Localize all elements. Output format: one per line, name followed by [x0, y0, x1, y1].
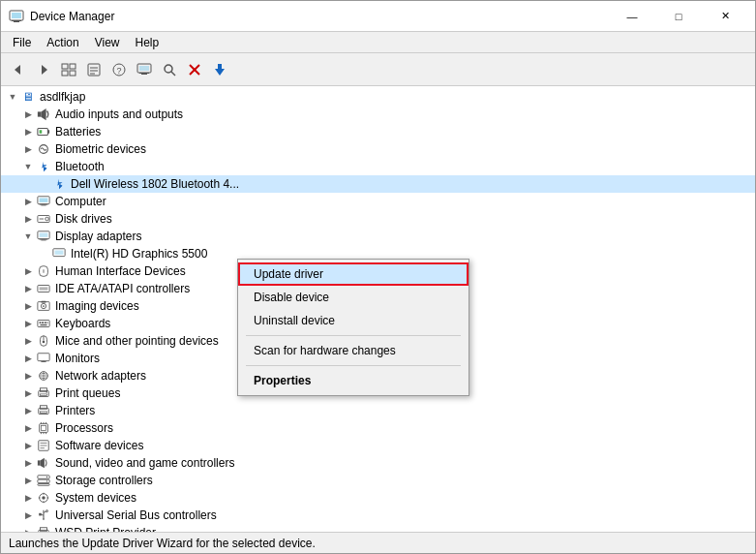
forward-button[interactable] [32, 58, 55, 81]
icon-software [36, 438, 51, 453]
device-tree[interactable]: ▼ 🖥 asdlfkjap ▶ Audio inputs and outputs… [1, 86, 755, 532]
expand-mice[interactable]: ▶ [20, 333, 36, 349]
expand-monitors[interactable]: ▶ [20, 351, 36, 366]
tree-item-printers[interactable]: ▶ Printers [1, 402, 755, 419]
maximize-button[interactable]: □ [656, 7, 701, 26]
icon-root: 🖥 [20, 89, 36, 105]
expand-print-queues[interactable]: ▶ [20, 385, 36, 401]
svg-text:?: ? [117, 66, 122, 76]
menu-help[interactable]: Help [128, 34, 167, 50]
icon-print-queues [36, 385, 51, 401]
svg-rect-43 [55, 251, 64, 255]
icon-network [36, 368, 51, 384]
menu-bar: File Action View Help [1, 32, 755, 53]
label-mice: Mice and other pointing devices [55, 334, 219, 348]
expand-computer[interactable]: ▶ [20, 194, 36, 209]
properties-button[interactable] [82, 58, 106, 81]
ctx-uninstall-device[interactable]: Uninstall device [238, 309, 469, 332]
expand-batteries[interactable]: ▶ [20, 124, 36, 139]
svg-rect-46 [38, 286, 49, 292]
svg-point-61 [43, 341, 45, 344]
expand-wsd[interactable]: ▶ [20, 525, 36, 532]
tree-item-processors[interactable]: ▶ Processors [1, 419, 755, 437]
ctx-update-driver[interactable]: Update driver [238, 262, 469, 286]
svg-rect-33 [41, 205, 45, 206]
tree-item-wsd[interactable]: ▶ WSD Print Provider [1, 524, 755, 532]
svg-rect-6 [62, 64, 68, 69]
back-button[interactable] [7, 58, 30, 81]
icon-monitors [36, 351, 51, 366]
expand-system[interactable]: ▶ [20, 490, 36, 506]
svg-rect-17 [139, 66, 149, 71]
ctx-properties[interactable]: Properties [238, 369, 469, 392]
expand-display[interactable]: ▼ [20, 229, 36, 244]
icon-processors [36, 420, 51, 436]
title-controls: — □ ✕ [610, 7, 747, 26]
expand-ide[interactable]: ▶ [20, 281, 36, 296]
show-hidden-button[interactable] [57, 58, 80, 81]
show-device-button[interactable] [133, 58, 156, 81]
svg-marker-4 [15, 65, 20, 75]
remove-button[interactable] [183, 58, 206, 81]
svg-rect-52 [41, 301, 45, 303]
svg-rect-40 [41, 240, 45, 241]
expand-usb[interactable]: ▶ [20, 508, 36, 523]
scan-button[interactable] [158, 58, 181, 81]
expand-root[interactable]: ▼ [5, 89, 20, 105]
icon-sound [36, 455, 51, 471]
tree-item-disk[interactable]: ▶ Disk drives [1, 210, 755, 228]
menu-action[interactable]: Action [39, 34, 86, 50]
expand-intel-gpu: ▶ [36, 246, 51, 262]
minimize-button[interactable]: — [610, 7, 654, 26]
svg-rect-87 [38, 460, 41, 465]
label-sound: Sound, video and game controllers [55, 456, 234, 470]
tree-item-storage[interactable]: ▶ Storage controllers [1, 472, 755, 489]
expand-bt-device: ▶ [36, 176, 51, 192]
context-menu: Update driver Disable device Uninstall d… [237, 259, 469, 396]
tree-item-system[interactable]: ▶ System devices [1, 489, 755, 507]
icon-bt-device [51, 176, 67, 192]
expand-hid[interactable]: ▶ [20, 263, 36, 279]
tree-item-software[interactable]: ▶ Software devices [1, 437, 755, 454]
close-button[interactable]: ✕ [703, 7, 747, 26]
icon-biometric [36, 141, 51, 157]
expand-storage[interactable]: ▶ [20, 473, 36, 488]
icon-batteries [36, 124, 51, 139]
expand-disk[interactable]: ▶ [20, 211, 36, 227]
ctx-scan-hardware[interactable]: Scan for hardware changes [238, 339, 469, 362]
tree-item-sound[interactable]: ▶ Sound, video and game controllers [1, 454, 755, 472]
svg-line-21 [171, 72, 175, 76]
expand-software[interactable]: ▶ [20, 438, 36, 453]
label-biometric: Biometric devices [55, 142, 146, 156]
tree-item-bluetooth[interactable]: ▼ Bluetooth [1, 158, 755, 175]
tree-item-biometric[interactable]: ▶ Biometric devices [1, 140, 755, 158]
expand-printers[interactable]: ▶ [20, 403, 36, 418]
expand-network[interactable]: ▶ [20, 368, 36, 384]
help-button[interactable]: ? [107, 58, 131, 81]
svg-point-93 [46, 480, 47, 481]
expand-biometric[interactable]: ▶ [20, 141, 36, 157]
label-wsd: WSD Print Provider [55, 526, 156, 532]
update-driver-toolbar-button[interactable] [208, 58, 231, 81]
menu-file[interactable]: File [5, 34, 39, 50]
expand-bluetooth[interactable]: ▼ [20, 159, 36, 174]
tree-item-audio[interactable]: ▶ Audio inputs and outputs [1, 106, 755, 123]
ctx-disable-device[interactable]: Disable device [238, 286, 469, 309]
tree-item-bluetooth-device[interactable]: ▶ Dell Wireless 1802 Bluetooth 4... [1, 175, 755, 193]
icon-printers [36, 403, 51, 418]
expand-keyboards[interactable]: ▶ [20, 316, 36, 331]
expand-sound[interactable]: ▶ [20, 455, 36, 471]
expand-imaging[interactable]: ▶ [20, 298, 36, 314]
svg-rect-32 [40, 199, 48, 202]
tree-item-root[interactable]: ▼ 🖥 asdlfkjap [1, 88, 755, 106]
title-bar: Device Manager — □ ✕ [1, 1, 755, 32]
svg-rect-1 [12, 13, 21, 18]
menu-view[interactable]: View [87, 34, 128, 50]
tree-item-display[interactable]: ▼ Display adapters [1, 228, 755, 245]
tree-item-batteries[interactable]: ▶ Batteries [1, 123, 755, 140]
tree-item-usb[interactable]: ▶ Universal Serial Bus controllers [1, 507, 755, 524]
expand-audio[interactable]: ▶ [20, 107, 36, 122]
window-title: Device Manager [30, 10, 114, 23]
tree-item-computer[interactable]: ▶ Computer [1, 193, 755, 210]
expand-processors[interactable]: ▶ [20, 420, 36, 436]
